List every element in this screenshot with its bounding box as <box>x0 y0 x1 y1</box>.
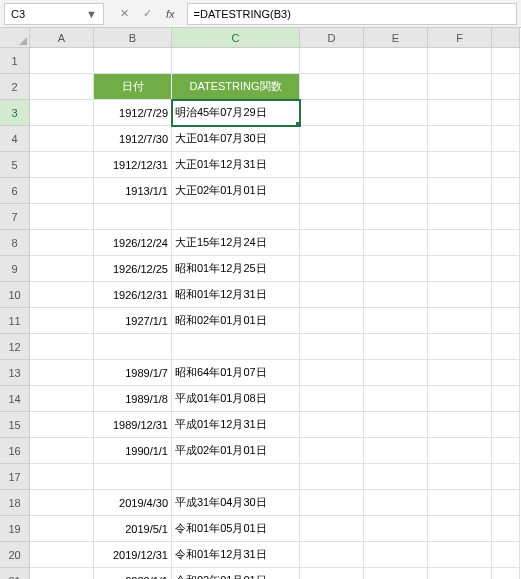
cell-G20[interactable] <box>492 542 520 568</box>
cell-F10[interactable] <box>428 282 492 308</box>
cell-E19[interactable] <box>364 516 428 542</box>
row-header-17[interactable]: 17 <box>0 464 30 490</box>
cell-F14[interactable] <box>428 386 492 412</box>
cell-E17[interactable] <box>364 464 428 490</box>
cell-C6[interactable]: 大正02年01月01日 <box>172 178 300 204</box>
cell-C5[interactable]: 大正01年12月31日 <box>172 152 300 178</box>
cell-G2[interactable] <box>492 74 520 100</box>
cell-A2[interactable] <box>30 74 94 100</box>
cell-B21[interactable]: 2020/1/1 <box>94 568 172 579</box>
row-header-6[interactable]: 6 <box>0 178 30 204</box>
row-header-5[interactable]: 5 <box>0 152 30 178</box>
cell-B2[interactable]: 日付 <box>94 74 172 100</box>
cell-C1[interactable] <box>172 48 300 74</box>
cell-B14[interactable]: 1989/1/8 <box>94 386 172 412</box>
cell-C18[interactable]: 平成31年04月30日 <box>172 490 300 516</box>
cell-B10[interactable]: 1926/12/31 <box>94 282 172 308</box>
cell-G5[interactable] <box>492 152 520 178</box>
cell-B7[interactable] <box>94 204 172 230</box>
cell-G21[interactable] <box>492 568 520 579</box>
cell-G15[interactable] <box>492 412 520 438</box>
cell-B5[interactable]: 1912/12/31 <box>94 152 172 178</box>
row-header-1[interactable]: 1 <box>0 48 30 74</box>
cell-D15[interactable] <box>300 412 364 438</box>
cell-E8[interactable] <box>364 230 428 256</box>
cell-D2[interactable] <box>300 74 364 100</box>
cell-E13[interactable] <box>364 360 428 386</box>
cell-D17[interactable] <box>300 464 364 490</box>
cell-A10[interactable] <box>30 282 94 308</box>
cell-E10[interactable] <box>364 282 428 308</box>
col-header-A[interactable]: A <box>30 28 94 48</box>
cell-F5[interactable] <box>428 152 492 178</box>
cell-F13[interactable] <box>428 360 492 386</box>
cell-F12[interactable] <box>428 334 492 360</box>
cell-E12[interactable] <box>364 334 428 360</box>
cell-D19[interactable] <box>300 516 364 542</box>
cell-D11[interactable] <box>300 308 364 334</box>
cell-G3[interactable] <box>492 100 520 126</box>
cell-D8[interactable] <box>300 230 364 256</box>
cell-E11[interactable] <box>364 308 428 334</box>
cell-G1[interactable] <box>492 48 520 74</box>
cell-C20[interactable]: 令和01年12月31日 <box>172 542 300 568</box>
cell-D3[interactable] <box>300 100 364 126</box>
cell-C11[interactable]: 昭和02年01月01日 <box>172 308 300 334</box>
cell-G18[interactable] <box>492 490 520 516</box>
cell-D12[interactable] <box>300 334 364 360</box>
cell-F15[interactable] <box>428 412 492 438</box>
row-header-8[interactable]: 8 <box>0 230 30 256</box>
cell-G19[interactable] <box>492 516 520 542</box>
cell-D18[interactable] <box>300 490 364 516</box>
cell-C13[interactable]: 昭和64年01月07日 <box>172 360 300 386</box>
cell-B12[interactable] <box>94 334 172 360</box>
row-header-21[interactable]: 21 <box>0 568 30 579</box>
cell-C12[interactable] <box>172 334 300 360</box>
col-header-B[interactable]: B <box>94 28 172 48</box>
cell-C19[interactable]: 令和01年05月01日 <box>172 516 300 542</box>
cell-C3[interactable]: 明治45年07月29日 <box>172 100 300 126</box>
cell-F20[interactable] <box>428 542 492 568</box>
cell-G17[interactable] <box>492 464 520 490</box>
cell-F8[interactable] <box>428 230 492 256</box>
cell-D4[interactable] <box>300 126 364 152</box>
cell-A19[interactable] <box>30 516 94 542</box>
cell-E15[interactable] <box>364 412 428 438</box>
cell-E5[interactable] <box>364 152 428 178</box>
cell-G7[interactable] <box>492 204 520 230</box>
cell-B19[interactable]: 2019/5/1 <box>94 516 172 542</box>
row-header-16[interactable]: 16 <box>0 438 30 464</box>
cell-F16[interactable] <box>428 438 492 464</box>
cell-E3[interactable] <box>364 100 428 126</box>
cell-C2[interactable]: DATESTRING関数 <box>172 74 300 100</box>
cell-B18[interactable]: 2019/4/30 <box>94 490 172 516</box>
cell-B6[interactable]: 1913/1/1 <box>94 178 172 204</box>
col-header-C[interactable]: C <box>172 28 300 48</box>
cell-D21[interactable] <box>300 568 364 579</box>
select-all-corner[interactable] <box>0 28 30 48</box>
cell-A14[interactable] <box>30 386 94 412</box>
cell-C4[interactable]: 大正01年07月30日 <box>172 126 300 152</box>
cell-A17[interactable] <box>30 464 94 490</box>
cell-F4[interactable] <box>428 126 492 152</box>
row-header-12[interactable]: 12 <box>0 334 30 360</box>
cell-A11[interactable] <box>30 308 94 334</box>
cell-F17[interactable] <box>428 464 492 490</box>
col-header-F[interactable]: F <box>428 28 492 48</box>
cell-E1[interactable] <box>364 48 428 74</box>
cell-D20[interactable] <box>300 542 364 568</box>
cell-B4[interactable]: 1912/7/30 <box>94 126 172 152</box>
cell-G13[interactable] <box>492 360 520 386</box>
cell-D5[interactable] <box>300 152 364 178</box>
cell-A5[interactable] <box>30 152 94 178</box>
cell-C17[interactable] <box>172 464 300 490</box>
cell-G4[interactable] <box>492 126 520 152</box>
cell-B20[interactable]: 2019/12/31 <box>94 542 172 568</box>
cell-D16[interactable] <box>300 438 364 464</box>
cell-B13[interactable]: 1989/1/7 <box>94 360 172 386</box>
cell-G16[interactable] <box>492 438 520 464</box>
name-box[interactable]: C3 ▼ <box>4 3 104 25</box>
cell-G6[interactable] <box>492 178 520 204</box>
cell-E2[interactable] <box>364 74 428 100</box>
cell-F3[interactable] <box>428 100 492 126</box>
